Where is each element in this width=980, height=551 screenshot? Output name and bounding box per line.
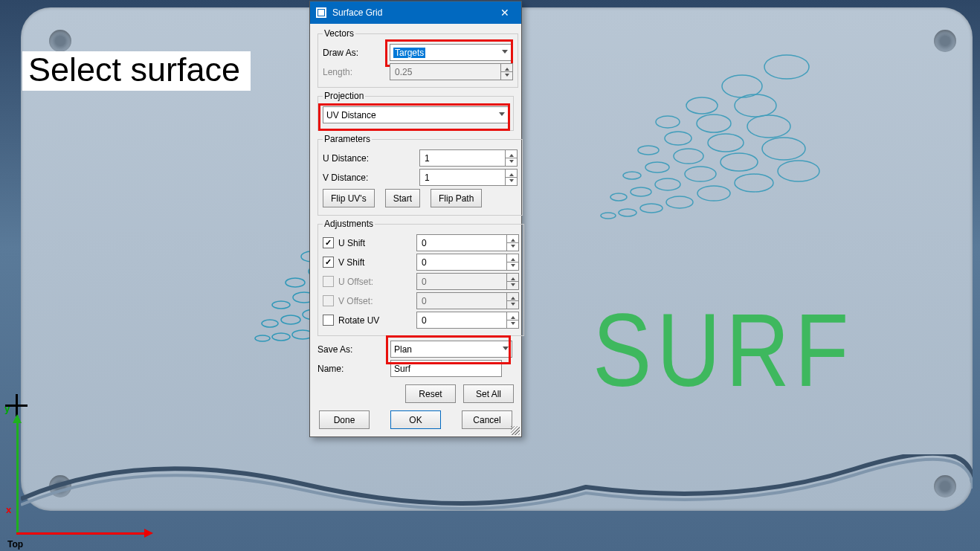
u-offset-checkbox [323,276,334,287]
v-shift-label: V Shift [338,257,364,268]
rotate-uv-check-row[interactable]: Rotate UV [323,315,416,326]
dialog-titlebar[interactable]: Surface Grid ✕ [310,1,521,24]
u-distance-spinner[interactable]: 1 [419,149,518,167]
u-shift-check-row[interactable]: U Shift [323,237,416,248]
draw-as-value: Targets [393,48,425,58]
resize-grip-icon[interactable] [511,426,520,435]
close-button[interactable]: ✕ [489,1,521,24]
cancel-button[interactable]: Cancel [462,410,512,429]
reset-button[interactable]: Reset [405,384,456,403]
u-offset-check-row: U Offset: [323,276,416,287]
command-prompt: Select surface [22,51,251,91]
svg-point-24 [666,196,693,208]
save-as-label: Save As: [317,344,390,355]
svg-point-21 [601,213,616,219]
spinner-buttons-icon[interactable] [505,170,517,185]
view-axis-gizmo[interactable]: y x Top [0,402,164,551]
rotate-uv-label: Rotate UV [338,315,379,326]
v-distance-spinner[interactable]: 1 [419,169,518,186]
axis-x-label: x [6,504,11,515]
length-spinner: 0.25 [390,63,513,80]
svg-point-23 [640,204,663,213]
done-button[interactable]: Done [319,410,370,429]
svg-point-27 [778,161,819,181]
v-shift-checkbox[interactable] [323,257,334,268]
flip-path-button[interactable]: Flip Path [431,189,482,207]
spinner-buttons-icon [500,64,512,80]
svg-point-30 [655,178,680,190]
surf-logo: SURF [570,290,877,410]
chevron-down-icon [499,112,505,119]
projection-legend: Projection [323,91,365,101]
parameters-group: Parameters U Distance: 1 V Distance: 1 F… [317,134,523,216]
spinner-buttons-icon[interactable] [506,312,518,328]
svg-point-40 [665,132,692,145]
svg-point-22 [619,209,636,216]
u-offset-value: 0 [422,277,427,287]
u-distance-label: U Distance: [323,153,419,164]
svg-point-38 [747,115,790,138]
ok-button[interactable]: OK [390,410,441,429]
svg-point-6 [281,315,300,324]
v-offset-label: V Offset: [338,296,373,306]
svg-point-43 [656,116,680,128]
v-offset-check-row: V Offset: [323,295,416,306]
u-shift-spinner[interactable]: 0 [416,234,519,251]
name-label: Name: [317,364,390,374]
u-offset-spinner: 0 [416,273,519,290]
adjustments-group: Adjustments U Shift 0 V Shift 0 [317,219,524,336]
projection-group: Projection UV Distance [317,91,514,131]
axis-view-label: Top [7,539,23,550]
save-as-combo[interactable]: Plan [390,341,512,358]
u-shift-checkbox[interactable] [323,237,334,248]
svg-point-44 [686,97,718,114]
spinner-buttons-icon [506,274,518,289]
rotate-uv-spinner[interactable]: 0 [416,312,519,329]
svg-point-32 [721,153,758,171]
name-input[interactable]: Surf [390,360,502,377]
svg-point-10 [272,301,290,309]
u-offset-label: U Offset: [338,277,373,287]
svg-point-0 [255,335,270,341]
axis-y-label: y [4,403,10,414]
save-as-value: Plan [394,344,412,355]
svg-point-39 [638,146,659,155]
u-shift-label: U Shift [338,238,365,248]
hole-top-left [49,30,71,52]
projection-combo[interactable]: UV Distance [323,106,509,123]
spinner-buttons-icon[interactable] [506,235,518,251]
rotate-uv-checkbox[interactable] [323,315,334,326]
svg-point-29 [631,187,651,196]
spinner-buttons-icon[interactable] [505,150,517,166]
svg-point-46 [764,55,809,79]
axis-x-icon [16,532,150,535]
adjustments-legend: Adjustments [323,219,375,229]
u-distance-value: 1 [425,153,430,164]
svg-point-36 [674,149,703,164]
set-all-button[interactable]: Set All [463,384,514,403]
flip-uvs-button[interactable]: Flip UV's [323,189,375,207]
svg-point-33 [762,138,805,160]
chevron-down-icon [502,50,508,57]
chevron-down-icon [503,347,509,353]
v-shift-spinner[interactable]: 0 [416,254,519,271]
svg-point-34 [623,172,641,179]
v-offset-spinner: 0 [416,292,519,309]
length-label: Length: [323,67,390,77]
v-shift-value: 0 [422,257,427,268]
app-icon [316,7,326,18]
spinner-buttons-icon[interactable] [506,254,518,270]
v-shift-check-row[interactable]: V Shift [323,257,416,268]
v-offset-value: 0 [422,296,427,306]
draw-as-combo[interactable]: Targets [390,44,512,61]
svg-point-14 [286,278,305,287]
dialog-title: Surface Grid [332,7,489,18]
svg-point-1 [272,333,290,341]
svg-point-37 [708,134,744,152]
projection-value: UV Distance [326,110,376,120]
start-button[interactable]: Start [385,189,420,207]
surface-grid-dialog: Surface Grid ✕ Vectors Draw As: Targets … [309,1,522,437]
v-distance-label: V Distance: [323,173,419,183]
vectors-legend: Vectors [323,28,355,39]
svg-point-25 [697,186,730,201]
